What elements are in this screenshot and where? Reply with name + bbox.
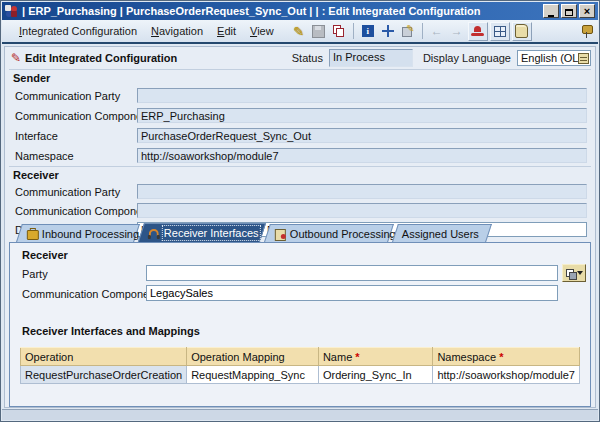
sender-namespace-field: http://soaworkshop/module7 [137, 148, 587, 163]
receiver-interfaces-panel: Receiver Party Communication Component* … [9, 242, 591, 407]
receiver-section-label: Receiver [13, 169, 59, 181]
navigate-icon[interactable] [379, 23, 397, 40]
receiver-communication-component-field [137, 203, 587, 218]
cell-name[interactable]: Ordering_Sync_In [318, 366, 432, 384]
inbound-icon [26, 228, 38, 239]
column-operation[interactable]: Operation [21, 348, 187, 366]
party-input[interactable] [146, 265, 558, 281]
component-label: Communication Component* [22, 288, 163, 300]
tab-inbound-processing[interactable]: Inbound Processing [16, 224, 140, 242]
field-label: Communication Party [15, 90, 120, 102]
sender-section-label: Sender [13, 72, 50, 84]
display-language-value: English (OL) [521, 52, 578, 64]
mappings-table-title: Receiver Interfaces and Mappings [22, 325, 200, 337]
maximize-button[interactable] [561, 4, 577, 18]
table-header-row: Operation Operation Mapping Name * Names… [21, 348, 580, 366]
save-icon [310, 23, 328, 40]
window-controls: × [543, 4, 595, 18]
edit-icon: ✎ [11, 51, 21, 65]
receiver-communication-party-field [137, 184, 587, 199]
title-bar[interactable]: | ERP_Purchasing | PurchaseOrderRequest_… [2, 2, 598, 20]
tab-strip: Inbound Processing Receiver Interfaces O… [5, 223, 595, 242]
receiver-icon [148, 228, 160, 239]
column-name[interactable]: Name * [318, 348, 432, 366]
status-strip [2, 409, 598, 420]
maximize-icon [565, 9, 573, 16]
toolbar-separator [422, 23, 423, 39]
copy-squares-icon [566, 269, 575, 278]
info-icon[interactable]: i [359, 23, 377, 40]
application-window: | ERP_Purchasing | PurchaseOrderRequest_… [0, 0, 600, 422]
main-content: ✎ Edit Integrated Configuration Status I… [4, 46, 596, 408]
status-label: Status [292, 52, 323, 64]
table-row[interactable]: RequestPurchaseOrderCreation RequestMapp… [21, 366, 580, 384]
tab-receiver-interfaces[interactable]: Receiver Interfaces [138, 223, 266, 242]
sender-interface-field: PurchaseOrderRequest_Sync_Out [137, 128, 587, 143]
menu-view[interactable]: View [243, 23, 281, 39]
minimize-icon [548, 15, 554, 17]
minimize-button[interactable] [543, 4, 559, 18]
cell-operation-mapping[interactable]: RequestMapping_Sync [187, 366, 319, 384]
field-label: Communication Component [15, 110, 151, 122]
app-icon [5, 5, 18, 18]
log-icon[interactable] [512, 22, 532, 41]
value-help-button[interactable] [562, 264, 586, 282]
sender-communication-party-field [137, 88, 587, 103]
menu-toolbar: Integrated Configuration Navigation Edit… [2, 20, 598, 44]
required-marker: * [355, 351, 359, 363]
communication-component-input[interactable] [146, 285, 558, 301]
switch-display-hat-icon[interactable] [468, 22, 488, 41]
cell-operation[interactable]: RequestPurchaseOrderCreation [21, 366, 187, 384]
toolbar-separator [353, 23, 354, 39]
field-label: Interface [15, 130, 58, 142]
pin-icon[interactable] [581, 24, 592, 38]
party-label: Party [22, 268, 48, 280]
tab-outbound-processing[interactable]: Outbound Processing [264, 224, 394, 242]
display-language-select[interactable]: English (OL) [517, 50, 591, 66]
outbound-icon [274, 228, 286, 239]
menu-navigation[interactable]: Navigation [144, 23, 210, 39]
status-value-field: In Process [329, 49, 413, 67]
forward-arrow-icon: → [448, 23, 466, 40]
menu-edit[interactable]: Edit [210, 23, 243, 39]
panel-receiver-label: Receiver [22, 249, 68, 261]
close-button[interactable]: × [579, 4, 595, 18]
display-language-label: Display Language [423, 52, 511, 64]
menu-integrated-configuration[interactable]: Integrated Configuration [12, 23, 144, 39]
field-label: Communication Component [15, 205, 151, 217]
window-title: | ERP_Purchasing | PurchaseOrderRequest_… [22, 5, 543, 17]
column-namespace[interactable]: Namespace * [433, 348, 580, 366]
dropdown-icon[interactable] [578, 53, 589, 64]
required-marker: * [499, 351, 503, 363]
section-divider [9, 69, 591, 70]
edit-pencil-icon[interactable]: ✎ [290, 23, 308, 40]
back-arrow-icon: ← [428, 23, 446, 40]
dropdown-caret-icon [577, 271, 583, 275]
field-label: Namespace [15, 150, 74, 162]
page-header: ✎ Edit Integrated Configuration Status I… [5, 49, 591, 67]
copy-icon[interactable] [330, 23, 348, 40]
table-view-icon[interactable] [490, 22, 510, 41]
versions-icon[interactable]: ✎ [399, 23, 417, 40]
cell-namespace[interactable]: http://soaworkshop/module7 [433, 366, 580, 384]
sender-communication-component-field: ERP_Purchasing [137, 108, 587, 123]
section-divider [9, 166, 591, 167]
receiver-interfaces-table: Operation Operation Mapping Name * Names… [20, 347, 580, 384]
close-icon: × [584, 5, 590, 17]
field-label: Communication Party [15, 186, 120, 198]
column-operation-mapping[interactable]: Operation Mapping [187, 348, 319, 366]
page-title: Edit Integrated Configuration [25, 52, 177, 64]
tab-assigned-users[interactable]: Assigned Users [392, 224, 492, 242]
